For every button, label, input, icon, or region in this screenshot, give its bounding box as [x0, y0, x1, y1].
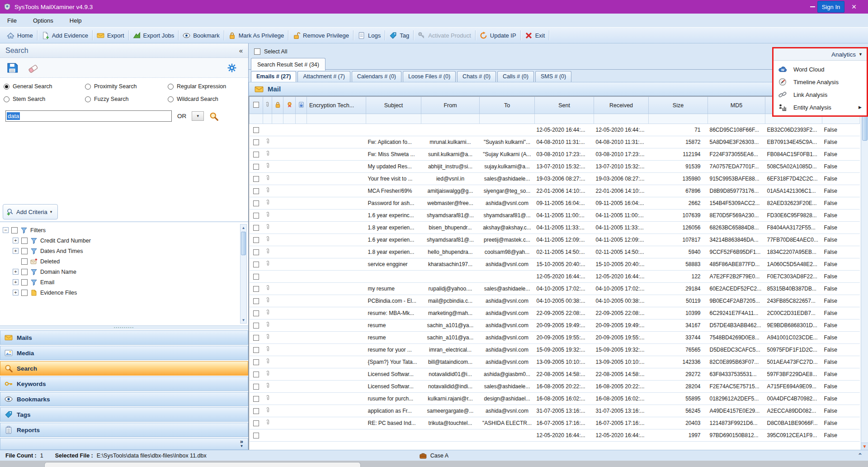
row-checkbox[interactable]: [253, 176, 259, 182]
toolbar-button[interactable]: Remove Privilege: [288, 32, 353, 39]
row-checkbox[interactable]: [253, 152, 259, 157]
row-checkbox[interactable]: [253, 249, 259, 255]
tree-checkbox[interactable]: [21, 248, 28, 254]
row-checkbox[interactable]: [253, 335, 259, 341]
tree-item[interactable]: + Domain Name: [3, 267, 248, 277]
column-header[interactable]: From: [421, 97, 480, 114]
scroll-down-icon[interactable]: ▼: [241, 317, 246, 323]
row-checkbox[interactable]: [253, 323, 259, 329]
table-row[interactable]: rusume for purch... kulkarni.rajani@r...…: [250, 393, 860, 405]
row-checkbox[interactable]: [253, 127, 259, 133]
toolbar-button[interactable]: Home: [3, 32, 37, 39]
nav-item[interactable]: Mails: [0, 330, 248, 345]
nav-item[interactable]: Keywords: [0, 376, 248, 391]
table-row[interactable]: Password for ash... webmaster@free... as…: [250, 197, 860, 210]
tree-item[interactable]: + Credit Card Number: [3, 235, 248, 246]
column-header[interactable]: MD5: [708, 97, 765, 114]
toolbar-button[interactable]: Mark As Privilege: [224, 32, 288, 39]
search-mode-radio[interactable]: General Search: [4, 83, 85, 90]
expand-nav-icon[interactable]: »▾: [240, 439, 243, 448]
row-checkbox[interactable]: [253, 310, 259, 316]
row-checkbox[interactable]: [253, 262, 259, 267]
row-checkbox[interactable]: [253, 188, 259, 194]
table-row[interactable]: service engginer kharatsachin197... ashi…: [250, 258, 860, 271]
table-row[interactable]: 1.6 year experien... shyamdsaraf81@... p…: [250, 234, 860, 246]
collapse-statusbar-icon[interactable]: ⌃: [858, 452, 863, 459]
tree-item[interactable]: + Evidence Files: [3, 287, 248, 298]
search-mode-radio[interactable]: Regular Expression: [168, 83, 245, 90]
add-criteria-button[interactable]: Add Criteria ▾: [3, 204, 58, 219]
column-header[interactable]: Encryption Tech...: [307, 97, 366, 114]
scroll-down-icon[interactable]: ▼: [861, 443, 868, 450]
column-header[interactable]: Subject: [366, 97, 421, 114]
tree-item-root[interactable]: − Filters: [3, 225, 248, 235]
row-checkbox[interactable]: [253, 164, 259, 170]
row-checkbox[interactable]: [253, 372, 259, 377]
analytics-menu-button[interactable]: Analytics ▼: [774, 48, 867, 61]
table-row[interactable]: my resume rupalidj@yahoo.... sales@ashid…: [250, 283, 860, 295]
header-attachment[interactable]: [263, 97, 272, 114]
select-all-checkbox[interactable]: [254, 48, 260, 55]
column-header[interactable]: Sent: [535, 97, 594, 114]
tree-checkbox[interactable]: [21, 238, 28, 244]
collapse-icon[interactable]: −: [3, 227, 9, 233]
menu-item[interactable]: Help: [70, 17, 82, 24]
search-query-input[interactable]: data: [5, 110, 172, 122]
table-row[interactable]: Fw: Miss Shweta ... sunil.kulkarni@a... …: [250, 148, 860, 161]
table-row[interactable]: RE: PC based Ind... trikuta@touchtel... …: [250, 417, 860, 429]
table-row[interactable]: 12-05-2020 16:44:... 12-05-2020 16:44:..…: [250, 271, 860, 283]
table-row[interactable]: Licensed Softwar... notavalidid01@i... a…: [250, 368, 860, 381]
toolbar-button[interactable]: Update IP: [476, 32, 520, 39]
table-row[interactable]: {Spam?} Your Tata... bill@tataindicom...…: [250, 356, 860, 368]
search-settings-button[interactable]: [227, 63, 236, 72]
row-checkbox[interactable]: [253, 396, 259, 402]
tree-checkbox[interactable]: [21, 290, 28, 296]
column-header[interactable]: Received: [594, 97, 649, 114]
row-checkbox[interactable]: [253, 274, 259, 280]
header-encrypted[interactable]: [296, 97, 307, 114]
row-checkbox[interactable]: [253, 139, 259, 145]
table-row[interactable]: resume for yuor ... imran_electrical... …: [250, 344, 860, 356]
table-row[interactable]: Fw: Aplication fo... mrunal.kulkarni... …: [250, 136, 860, 148]
category-tab[interactable]: Loose Files # (0): [403, 71, 456, 82]
category-tab[interactable]: Calendars # (0): [352, 71, 401, 82]
category-tab[interactable]: Emails # (27): [251, 71, 296, 82]
row-checkbox[interactable]: [253, 225, 259, 231]
toolbar-button[interactable]: Tag: [385, 32, 413, 39]
sign-in-button[interactable]: Sign In: [817, 1, 844, 13]
category-tab[interactable]: SMS # (0): [535, 71, 571, 82]
table-row[interactable]: application as Fr... sameergargate@... a…: [250, 405, 860, 417]
table-row[interactable]: 12-05-2020 16:44:... 12-05-2020 16:44:..…: [250, 124, 860, 136]
category-tab[interactable]: Calls # (0): [497, 71, 534, 82]
row-checkbox[interactable]: [253, 347, 259, 353]
table-row[interactable]: MCA Fresher/69% amitjaiswalgg@g... siyen…: [250, 185, 860, 197]
table-row[interactable]: resume sachin_a101@ya... ashida@vsnl.com…: [250, 319, 860, 332]
toolbar-button[interactable]: Logs: [354, 32, 385, 39]
toolbar-button[interactable]: Export Jobs: [129, 32, 179, 39]
table-row[interactable]: resume sachin_a101@ya... ashida@vsnl.com…: [250, 332, 860, 344]
row-checkbox[interactable]: [253, 286, 259, 292]
tree-scrollbar[interactable]: ▲ ▼: [240, 224, 247, 324]
table-row[interactable]: 12-05-2020 16:44:... 12-05-2020 16:44:..…: [250, 429, 860, 442]
row-checkbox[interactable]: [253, 420, 259, 426]
table-row[interactable]: Your free visit to ... ied@vsnl.in sales…: [250, 173, 860, 185]
expand-icon[interactable]: +: [13, 238, 19, 243]
save-search-button[interactable]: [6, 62, 18, 74]
header-privilege[interactable]: [272, 97, 283, 114]
scroll-thumb[interactable]: [241, 232, 246, 255]
row-checkbox[interactable]: [253, 384, 259, 390]
nav-item[interactable]: Media: [0, 346, 248, 360]
tree-item[interactable]: + Deleted: [3, 256, 248, 267]
table-row[interactable]: resume: MBA-Mk... marketing@mah... ashid…: [250, 307, 860, 319]
search-mode-radio[interactable]: Fuzzy Search: [85, 96, 168, 102]
toolbar-button[interactable]: Bookmark: [179, 32, 224, 39]
row-checkbox[interactable]: [253, 213, 259, 219]
header-badge[interactable]: [283, 97, 296, 114]
expand-icon[interactable]: +: [13, 248, 19, 254]
search-mode-radio[interactable]: Proximity Search: [85, 83, 168, 90]
expand-icon[interactable]: +: [13, 269, 19, 275]
scroll-up-icon[interactable]: ▲: [241, 224, 246, 231]
table-row[interactable]: PCBindia.com - El... mail@pcbindia.c... …: [250, 295, 860, 307]
row-checkbox[interactable]: [253, 200, 259, 206]
search-mode-radio[interactable]: Stem Search: [4, 96, 85, 102]
